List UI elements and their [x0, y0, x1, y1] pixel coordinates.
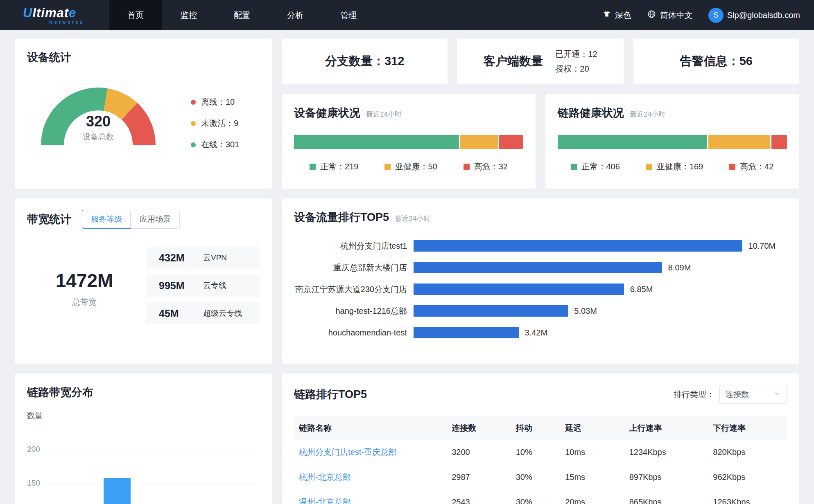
- bandwidth-value: 995M: [159, 280, 203, 292]
- bandwidth-stats-card: 带宽统计 服务等级 应用场景 1472M 总带宽 432M云VPN 995M云专…: [15, 198, 272, 364]
- connections-cell: 2543: [447, 490, 511, 504]
- avatar[interactable]: S: [708, 8, 724, 23]
- device-health-subtitle: 最近24小时: [366, 110, 402, 119]
- jitter-cell: 10%: [511, 440, 560, 465]
- device-stats-card: 设备统计 320 设备总数 离线：10 未激活：9 在线：301: [15, 38, 272, 189]
- link-health-title: 链路健康状况: [558, 106, 624, 120]
- nav-item-manage[interactable]: 管理: [322, 0, 375, 30]
- device-traffic-top5-card: 设备流量排行TOP5 最近24小时 杭州分支门店test110.70M 重庆总部…: [282, 198, 799, 364]
- link-bandwidth-chart: 200 150: [27, 427, 260, 504]
- jitter-cell: 30%: [511, 465, 560, 490]
- total-bandwidth-label: 总带宽: [27, 297, 142, 308]
- legend-item-online: 在线：301: [191, 139, 239, 150]
- alarm-count-value: 56: [739, 54, 753, 68]
- upload-cell: 1234Kbps: [624, 440, 708, 465]
- nav-item-home[interactable]: 首页: [109, 0, 162, 30]
- table-row: 杭州分支门店test-重庆总部 3200 10% 10ms 1234Kbps 8…: [294, 440, 787, 465]
- link-health-bar: [558, 135, 787, 149]
- bandwidth-value: 45M: [159, 308, 203, 320]
- link-name-cell[interactable]: 温州-北京总部: [294, 490, 447, 504]
- legend-item: 亚健康：50: [384, 161, 437, 172]
- bar-segment-normal: [558, 135, 707, 149]
- traffic-bar-chart: 杭州分支门店test110.70M 重庆总部新大楼门店8.09M 南京江宁苏源大…: [294, 240, 787, 338]
- device-health-bar: [294, 135, 523, 149]
- client-count-title: 客户端数量: [484, 53, 543, 70]
- y-tick: 150: [27, 479, 40, 488]
- download-cell: 820Kbps: [708, 440, 787, 465]
- client-opened: 已开通：12: [555, 47, 597, 61]
- rank-type-select[interactable]: 连接数: [719, 385, 787, 404]
- legend-square: [310, 164, 316, 170]
- legend-item: 高危：42: [729, 161, 773, 172]
- connections-cell: 3200: [447, 440, 511, 465]
- gridline-150: 150: [46, 484, 257, 484]
- legend-item: 亚健康：169: [646, 161, 703, 172]
- total-bandwidth: 1472M 总带宽: [27, 270, 142, 308]
- legend-item: 正常：406: [571, 161, 620, 172]
- bar: [414, 240, 742, 252]
- link-name-cell[interactable]: 杭州分支门店test-重庆总部: [294, 440, 447, 465]
- col-header-connections: 连接数: [447, 416, 511, 440]
- traffic-top5-subtitle: 最近24小时: [395, 214, 430, 223]
- account-email: Slp@globalsdb.com: [727, 11, 800, 20]
- theme-icon: [602, 10, 611, 21]
- total-bandwidth-value: 1472M: [27, 270, 142, 292]
- link-top5-table: 链路名称 连接数 抖动 延迟 上行速率 下行速率 杭州分支门店test-重庆总部…: [294, 416, 787, 504]
- chart-row: 杭州分支门店test110.70M: [294, 240, 787, 252]
- col-header-upload: 上行速率: [624, 416, 708, 440]
- language-label: 简体中文: [660, 10, 693, 21]
- latency-cell: 20ms: [560, 490, 624, 504]
- col-header-download: 下行速率: [708, 416, 787, 440]
- device-total-value: 320: [41, 113, 156, 130]
- link-bandwidth-dist-card: 链路带宽分布 数量 200 150: [15, 374, 272, 504]
- dashboard-content: 设备统计 320 设备总数 离线：10 未激活：9 在线：301 带宽统计: [0, 30, 814, 504]
- y-axis-label: 数量: [27, 410, 260, 421]
- device-total-label: 设备总数: [41, 132, 156, 142]
- col-header-latency: 延迟: [560, 416, 624, 440]
- bandwidth-list: 432M云VPN 995M云专线 45M超级云专线: [146, 247, 260, 330]
- table-row: 杭州-北京总部 2987 30% 15ms 897Kbps 962Kbps: [294, 465, 787, 490]
- nav-item-monitor[interactable]: 监控: [162, 0, 215, 30]
- device-health-title: 设备健康状况: [294, 106, 360, 120]
- legend-square: [571, 164, 577, 170]
- main-nav: 首页 监控 配置 分析 管理: [109, 0, 375, 30]
- tab-service-level[interactable]: 服务等级: [82, 210, 131, 229]
- bandwidth-label: 超级云专线: [203, 308, 242, 319]
- navbar-right: 深色 简体中文 S Slp@globalsdb.com: [602, 0, 814, 30]
- bandwidth-value: 432M: [159, 252, 203, 264]
- legend-text: 离线：10: [201, 97, 235, 108]
- legend-square: [464, 164, 470, 170]
- bar-segment-subhealth: [460, 135, 498, 149]
- brand-logo[interactable]: Ultimate Networks: [23, 6, 84, 25]
- legend-dot-online: [191, 142, 196, 147]
- link-bandwidth-dist-title: 链路带宽分布: [27, 385, 260, 400]
- download-cell: 962Kbps: [708, 465, 787, 490]
- account-menu[interactable]: S Slp@globalsdb.com: [708, 8, 800, 23]
- bar-segment-normal: [294, 135, 459, 149]
- stat-cards-row: 分支数量：312 客户端数量 已开通：12 授权：20 告警信息：56: [282, 38, 799, 84]
- bar: [414, 262, 662, 273]
- chevron-down-icon: [773, 390, 781, 399]
- jitter-cell: 30%: [511, 490, 560, 504]
- y-tick: 200: [27, 445, 40, 454]
- language-selector[interactable]: 简体中文: [647, 9, 693, 21]
- legend-item-offline: 离线：10: [191, 97, 239, 108]
- theme-toggle[interactable]: 深色: [602, 10, 631, 21]
- upload-cell: 865Kbps: [624, 490, 708, 504]
- link-health-legend: 正常：406 亚健康：169 高危：42: [558, 161, 787, 172]
- bar: [414, 305, 568, 317]
- legend-item: 高危：32: [464, 161, 508, 172]
- client-licensed: 授权：20: [555, 61, 597, 76]
- nav-item-analysis[interactable]: 分析: [269, 0, 322, 30]
- tab-app-scene[interactable]: 应用场景: [131, 210, 180, 229]
- device-health-legend: 正常：219 亚健康：50 高危：32: [294, 161, 523, 172]
- legend-dot-offline: [191, 100, 196, 105]
- link-name-cell[interactable]: 杭州-北京总部: [294, 465, 447, 490]
- bandwidth-label: 云VPN: [203, 252, 227, 263]
- branch-count-value: 312: [384, 54, 404, 68]
- chart-row: hang-test-1216总部5.03M: [294, 305, 787, 317]
- connections-cell: 2987: [447, 465, 511, 490]
- branch-count-card: 分支数量：312: [282, 38, 448, 84]
- nav-item-config[interactable]: 配置: [215, 0, 269, 30]
- chart-row: houchaomendian-test3.42M: [294, 327, 787, 338]
